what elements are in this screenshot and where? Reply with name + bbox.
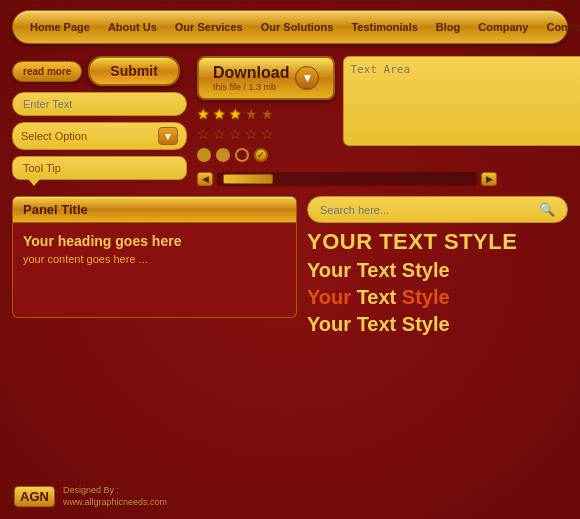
horizontal-scrollbar[interactable]: ◀ ▶ [197, 172, 497, 186]
circle-dot-3 [235, 148, 249, 162]
text-style-3-suffix: Style [402, 286, 450, 308]
footer: AGN Designed By : www.allgraphicneeds.co… [14, 484, 167, 509]
panel-content: your content goes here ... [23, 253, 286, 265]
footer-line2: www.allgraphicneeds.com [63, 496, 167, 509]
download-button[interactable]: Download this file / 1.3 mb ▼ [197, 56, 335, 100]
text-styles: YOUR TEXT STYLE Your Text Style Your Tex… [307, 227, 568, 336]
select-label: Select Option [21, 130, 158, 142]
download-area: Download this file / 1.3 mb ▼ ★ ★ ★ ★ [197, 56, 335, 162]
nav-blog[interactable]: Blog [427, 21, 469, 33]
logo: AGN [14, 486, 55, 507]
download-title: Download [213, 64, 289, 82]
panel-heading: Your heading goes here [23, 233, 286, 249]
text-style-3-middle: Text [351, 286, 402, 308]
nav-contact[interactable]: Contact Us [537, 21, 580, 33]
text-style-2: Your Text Style [307, 259, 568, 282]
search-bar: 🔍 [307, 196, 568, 223]
nav-company[interactable]: Company [469, 21, 537, 33]
search-icon: 🔍 [539, 202, 555, 217]
star-5: ★ [261, 106, 274, 122]
tooltip-widget: Tool Tip [12, 156, 187, 180]
nav-solutions[interactable]: Our Solutions [252, 21, 343, 33]
nav-testimonials[interactable]: Testimonials [342, 21, 426, 33]
panel: Panel Title Your heading goes here your … [12, 196, 297, 336]
text-style-3: Your Text Style [307, 286, 568, 309]
hscroll-thumb [223, 174, 273, 184]
text-style-3-prefix: Your [307, 286, 351, 308]
download-subtitle: this file / 1.3 mb [213, 82, 289, 92]
circle-dot-1 [197, 148, 211, 162]
text-style-2-prefix: Your [307, 259, 357, 281]
select-dropdown[interactable]: Select Option ▼ [12, 122, 187, 150]
hscroll-left-button[interactable]: ◀ [197, 172, 213, 186]
star-outline-5: ☆ [261, 126, 274, 142]
circles-row: ✓ [197, 148, 335, 162]
star-outline-1: ☆ [197, 126, 210, 142]
nav-home[interactable]: Home Page [21, 21, 99, 33]
submit-button[interactable]: Submit [88, 56, 179, 86]
stars-area: ★ ★ ★ ★ ★ ☆ ☆ ☆ ☆ ☆ [197, 106, 335, 162]
nav-services[interactable]: Our Services [166, 21, 252, 33]
star-outline-4: ☆ [245, 126, 258, 142]
download-arrow-icon: ▼ [295, 66, 319, 90]
text-input[interactable] [12, 92, 187, 116]
left-controls: read more Submit Select Option ▼ Tool Ti… [12, 56, 187, 180]
text-style-1: YOUR TEXT STYLE [307, 229, 568, 255]
search-input[interactable] [320, 204, 533, 216]
footer-line1: Designed By : [63, 484, 167, 497]
navbar: Home Page About Us Our Services Our Solu… [12, 10, 568, 44]
circle-check: ✓ [254, 148, 268, 162]
footer-text: Designed By : www.allgraphicneeds.com [63, 484, 167, 509]
star-3: ★ [229, 106, 242, 122]
panel-header: Panel Title [12, 196, 297, 223]
download-label: Download this file / 1.3 mb [213, 64, 289, 92]
dropdown-arrow-icon: ▼ [158, 127, 178, 145]
nav-about[interactable]: About Us [99, 21, 166, 33]
hscroll-right-button[interactable]: ▶ [481, 172, 497, 186]
circle-dot-2 [216, 148, 230, 162]
read-more-button[interactable]: read more [12, 61, 82, 82]
text-area[interactable] [343, 56, 580, 146]
text-style-2-colored: Text Style [357, 259, 450, 281]
star-4: ★ [245, 106, 258, 122]
download-widget: Download this file / 1.3 mb ▼ [197, 56, 335, 100]
stars-filled-row: ★ ★ ★ ★ ★ [197, 106, 335, 122]
star-1: ★ [197, 106, 210, 122]
text-style-4: Your Text Style [307, 313, 568, 336]
star-outline-2: ☆ [213, 126, 226, 142]
stars-outline-row: ☆ ☆ ☆ ☆ ☆ [197, 126, 335, 142]
button-row: read more Submit [12, 56, 187, 86]
tooltip-label: Tool Tip [23, 162, 61, 174]
star-outline-3: ☆ [229, 126, 242, 142]
star-2: ★ [213, 106, 226, 122]
panel-body: Your heading goes here your content goes… [12, 223, 297, 318]
hscroll-track [217, 172, 477, 186]
